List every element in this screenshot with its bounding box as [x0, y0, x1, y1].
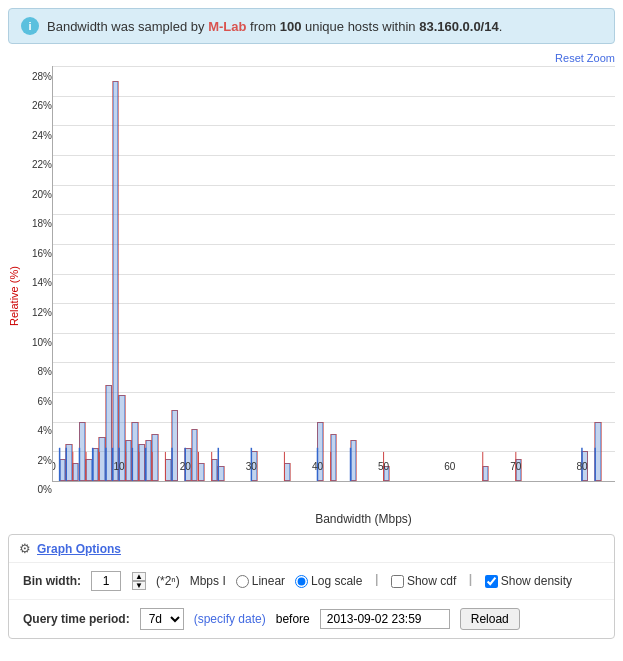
reload-button[interactable]: Reload [460, 608, 520, 630]
graph-options-title: Graph Options [37, 542, 121, 556]
info-banner: i Bandwidth was sampled by M-Lab from 10… [8, 8, 615, 44]
reset-zoom-button[interactable]: Reset Zoom [8, 52, 615, 64]
options-row-1: Bin width: ▲ ▼ (*2ⁿ) Mbps I Linear Log s… [9, 563, 614, 600]
x-axis-label: Bandwidth (Mbps) [112, 512, 615, 526]
banner-text: Bandwidth was sampled by M-Lab from 100 … [47, 19, 502, 34]
show-cdf-label[interactable]: Show cdf [391, 574, 456, 588]
spinner-up[interactable]: ▲ [132, 572, 146, 581]
specify-date-link[interactable]: (specify date) [194, 612, 266, 626]
before-text: before [276, 612, 310, 626]
y-axis-label: Relative (%) [8, 66, 20, 526]
x-tick: 80 [576, 461, 587, 472]
divider-1: I [374, 572, 378, 590]
time-period-select[interactable]: 7d [140, 608, 184, 630]
x-axis-labels: 01020304050607080 [53, 461, 615, 481]
query-row: Query time period: 7d (specify date) bef… [9, 600, 614, 638]
chart-plot: 01020304050607080 [52, 66, 615, 482]
x-tick: 30 [246, 461, 257, 472]
graph-options-header[interactable]: ⚙ Graph Options [9, 535, 614, 563]
spinner-down[interactable]: ▼ [132, 581, 146, 590]
bin-width-label: Bin width: [23, 574, 81, 588]
show-density-label[interactable]: Show density [485, 574, 572, 588]
x-tick: 60 [444, 461, 455, 472]
divider-2: I [468, 572, 472, 590]
mbps-label: Mbps I [190, 574, 226, 588]
log-scale-radio[interactable] [295, 575, 308, 588]
power2-label: (*2ⁿ) [156, 574, 180, 588]
gear-icon: ⚙ [19, 541, 31, 556]
y-axis-ticks: 28% 26% 24% 22% 20% 18% 16% 14% 12% 10% … [22, 66, 52, 526]
show-density-checkbox[interactable] [485, 575, 498, 588]
x-tick: 50 [378, 461, 389, 472]
x-tick: 10 [114, 461, 125, 472]
log-scale-radio-label[interactable]: Log scale [295, 574, 362, 588]
bin-width-spinner[interactable]: ▲ ▼ [132, 572, 146, 590]
bin-width-input[interactable] [91, 571, 121, 591]
query-time-period-label: Query time period: [23, 612, 130, 626]
chart-area: Reset Zoom Relative (%) 28% 26% 24% 22% … [8, 52, 615, 526]
date-input[interactable] [320, 609, 450, 629]
show-cdf-checkbox[interactable] [391, 575, 404, 588]
x-tick: 40 [312, 461, 323, 472]
x-tick: 20 [180, 461, 191, 472]
graph-options-panel: ⚙ Graph Options Bin width: ▲ ▼ (*2ⁿ) Mbp… [8, 534, 615, 639]
info-icon: i [21, 17, 39, 35]
linear-radio-label[interactable]: Linear [236, 574, 285, 588]
x-tick: 70 [510, 461, 521, 472]
histogram-bars [53, 66, 615, 481]
x-tick: 0 [52, 461, 56, 472]
linear-radio[interactable] [236, 575, 249, 588]
